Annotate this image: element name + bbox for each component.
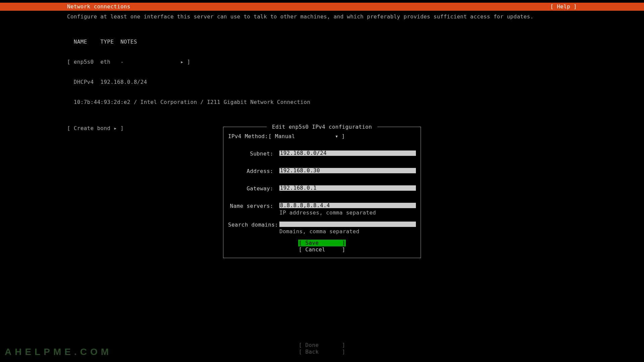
ipv4-config-dialog: Edit enp5s0 IPv4 configuration IPv4 Meth… (223, 127, 421, 258)
back-button[interactable]: [ Back ] (299, 349, 345, 355)
nic-header-row: NAME TYPE NOTES (67, 39, 577, 45)
subnet-label: Subnet: (228, 150, 273, 157)
nic-list: NAME TYPE NOTES [ enp5s0 eth - ▸ ] DHCPv… (67, 25, 577, 119)
ipv4-method-dropdown[interactable]: [ Manual ▾ ] (268, 133, 345, 140)
gateway-input[interactable]: 192.168.0.1 (279, 185, 416, 191)
dialog-title: Edit enp5s0 IPv4 configuration (267, 124, 377, 130)
done-button[interactable]: [ Done ] (299, 342, 345, 349)
nameservers-hint: IP addresses, comma separated (279, 209, 416, 216)
main-content: Configure at least one interface this se… (0, 11, 644, 134)
nameservers-label: Name servers: (228, 203, 273, 209)
nameservers-input[interactable]: 8.8.8.8,8.8.4.4 (279, 203, 416, 208)
nic-interface-row[interactable]: [ enp5s0 eth - ▸ ] (67, 59, 577, 65)
header-bar: Network connections [ Help ] (0, 3, 644, 11)
nic-mac-row: 10:7b:44:93:2d:e2 / Intel Corporation / … (67, 99, 577, 106)
gateway-label: Gateway: (228, 185, 273, 192)
intro-text: Configure at least one interface this se… (67, 13, 577, 20)
page-title: Network connections (67, 4, 130, 10)
address-label: Address: (228, 168, 273, 175)
address-input[interactable]: 192.168.0.30 (279, 168, 416, 173)
help-button[interactable]: [ Help ] (550, 4, 577, 10)
searchdomains-label: Search domains: (228, 222, 273, 228)
ipv4-method-label: IPv4 Method: (228, 133, 268, 140)
watermark: AHELPME.COM (5, 347, 112, 357)
footer-buttons: [ Done ] [ Back ] (299, 342, 345, 355)
subnet-input[interactable]: 192.168.0.0/24 (279, 150, 416, 156)
cancel-button[interactable]: [ Cancel ] (299, 246, 345, 253)
nic-dhcp-row: DHCPv4 192.168.0.8/24 (67, 79, 577, 85)
searchdomains-input[interactable] (279, 222, 416, 227)
save-button[interactable]: [ Save ] (298, 240, 345, 246)
searchdomains-hint: Domains, comma separated (279, 228, 416, 235)
